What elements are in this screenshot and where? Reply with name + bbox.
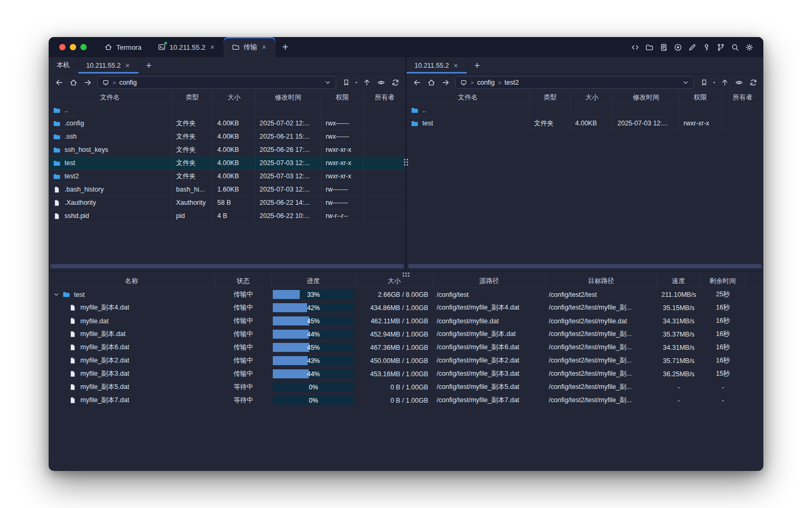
home-icon[interactable]	[67, 76, 80, 89]
right-panel-horizontal-scrollbar[interactable]	[408, 264, 762, 268]
home-icon[interactable]	[425, 76, 438, 89]
bookmark-icon[interactable]	[697, 76, 710, 89]
column-header[interactable]: 修改时间	[613, 92, 679, 103]
column-header[interactable]: 文件名	[407, 92, 530, 103]
column-header[interactable]: 所有者	[364, 92, 405, 103]
log-icon[interactable]	[659, 42, 668, 52]
show-hidden-eye-icon[interactable]	[732, 76, 745, 89]
up-directory-icon[interactable]	[718, 76, 731, 89]
column-header[interactable]: 所有者	[722, 92, 763, 103]
horizontal-splitter[interactable]	[49, 271, 763, 275]
transfer-column-header[interactable]: 大小	[355, 275, 433, 287]
breadcrumb-segment[interactable]: config	[477, 79, 494, 86]
titlebar-tab-10.211.55.2[interactable]: 10.211.55.2×	[150, 37, 224, 57]
transfer-column-header[interactable]: 进度	[272, 275, 355, 287]
transfer-row[interactable]: myfile_副本7.dat等待中0%0 B / 1.00GB/config/t…	[49, 394, 763, 407]
breadcrumb-dropdown-icon[interactable]	[682, 79, 689, 86]
left-panel-tab-10.211.55.2[interactable]: 10.211.55.2×	[78, 57, 139, 74]
transfer-row[interactable]: test传输中33%2.66GB / 8.00GB/config/test/co…	[49, 288, 763, 301]
tab-close-icon[interactable]: ×	[124, 61, 131, 70]
folder-icon[interactable]	[644, 42, 654, 52]
breadcrumb-segment[interactable]: config	[119, 79, 136, 86]
back-icon[interactable]	[410, 76, 423, 89]
bookmark-caret-icon[interactable]	[712, 79, 717, 86]
bookmark-icon[interactable]	[339, 76, 353, 89]
bookmark-caret-icon[interactable]	[354, 79, 359, 86]
file-icon	[69, 343, 77, 351]
transfer-item-name: myfile_副本3.dat	[80, 369, 129, 378]
tab-close-icon[interactable]: ×	[209, 42, 215, 52]
tab-close-icon[interactable]: ×	[453, 61, 459, 70]
transfer-row[interactable]: myfile_副本2.dat传输中43%450.00MB / 1.00GB/co…	[49, 354, 763, 367]
up-directory-icon[interactable]	[360, 76, 373, 89]
transfer-row[interactable]: myfile_副本5.dat等待中0%0 B / 1.00GB/config/t…	[49, 380, 763, 394]
left-panel-new-tab-button[interactable]: +	[139, 61, 159, 70]
column-header[interactable]: 大小	[213, 92, 255, 103]
breadcrumb-dropdown-icon[interactable]	[324, 79, 331, 86]
tab-close-icon[interactable]: ×	[261, 42, 267, 52]
transfer-column-header[interactable]: 剩余时间	[700, 275, 745, 287]
expand-chevron-icon[interactable]	[53, 291, 60, 298]
transfer-name-cell: myfile.dat	[49, 314, 215, 328]
transfer-column-header[interactable]: 名称	[49, 275, 215, 287]
right-panel-file-row[interactable]: test文件夹4.00KB2025-07-03 12:...rwxr-xr-x	[407, 117, 763, 130]
titlebar-tab-Termora[interactable]: Termora	[96, 37, 150, 57]
left-panel-file-row[interactable]: .bash_historybash_hi...1.60KB2025-07-03 …	[49, 183, 405, 196]
transfer-column-header[interactable]: 状态	[215, 275, 272, 287]
column-header[interactable]: 权限	[321, 92, 364, 103]
transfer-row[interactable]: myfile_副本3.dat传输中44%453.16MB / 1.00GB/co…	[49, 367, 763, 380]
transfer-speed-cell: 35.71MB/s	[657, 357, 700, 365]
left-panel-file-row[interactable]: ssh_host_keys文件夹4.00KB2025-06-26 17:...r…	[49, 143, 405, 157]
transfer-column-header[interactable]: 源路径	[433, 275, 546, 287]
left-panel-breadcrumb[interactable]: >config	[97, 76, 336, 89]
transfer-column-header[interactable]: 目标路径	[546, 275, 657, 287]
transfer-item-name: myfile_副本7.dat	[80, 396, 129, 405]
search-icon[interactable]	[730, 42, 740, 52]
column-header[interactable]: 修改时间	[255, 92, 321, 103]
breadcrumb-segment[interactable]: test2	[504, 79, 519, 86]
edit-icon[interactable]	[687, 42, 697, 52]
column-header[interactable]: 类型	[530, 92, 571, 103]
transfer-row[interactable]: myfile_副本6.dat传输中45%467.36MB / 1.00GB/co…	[49, 341, 763, 354]
refresh-icon[interactable]	[389, 76, 402, 89]
settings-icon[interactable]	[744, 42, 754, 52]
branch-icon[interactable]	[716, 42, 725, 52]
transfer-row[interactable]: myfile.dat传输中45%462.11MB / 1.00GB/config…	[49, 314, 763, 328]
titlebar-tab-传输[interactable]: 传输×	[224, 37, 275, 57]
right-panel-new-tab-button[interactable]: +	[467, 61, 487, 70]
key-icon[interactable]	[702, 42, 711, 52]
transfer-remaining-cell: 25秒	[700, 290, 745, 299]
minimize-window-button[interactable]	[70, 44, 76, 50]
left-panel-file-row[interactable]: test2文件夹4.00KB2025-07-03 12:...rwxr-xr-x	[49, 170, 405, 183]
transfer-row[interactable]: myfile_副本.dat传输中44%452.94MB / 1.00GB/con…	[49, 328, 763, 341]
horizontal-splitter-grip-icon[interactable]	[403, 273, 410, 277]
forward-icon[interactable]	[439, 76, 452, 89]
column-header[interactable]: 文件名	[49, 92, 172, 103]
left-panel-file-row[interactable]: ..	[49, 104, 405, 117]
left-panel-file-row[interactable]: .ssh文件夹4.00KB2025-06-21 15:...rwx------	[49, 130, 405, 143]
new-window-tab-button[interactable]: +	[275, 42, 296, 52]
refresh-icon[interactable]	[746, 76, 760, 89]
show-hidden-eye-icon[interactable]	[374, 76, 387, 89]
left-panel-tab-本机[interactable]: 本机	[49, 57, 78, 74]
left-panel-file-row[interactable]: sshd.pidpid4 B2025-06-22 10:...rw-r--r--	[49, 210, 405, 223]
right-panel-file-row[interactable]: ..	[407, 104, 763, 117]
code-icon[interactable]	[630, 42, 640, 52]
right-panel-breadcrumb[interactable]: >config>test2	[455, 76, 694, 89]
left-panel-file-row[interactable]: .XauthorityXauthority58 B2025-06-22 14:.…	[49, 196, 405, 210]
record-icon[interactable]	[673, 42, 682, 52]
column-header[interactable]: 大小	[571, 92, 613, 103]
close-window-button[interactable]	[59, 44, 66, 50]
right-panel-tab-10.211.55.2[interactable]: 10.211.55.2×	[407, 57, 467, 74]
column-header[interactable]: 类型	[172, 92, 213, 103]
back-icon[interactable]	[52, 76, 66, 89]
transfer-row[interactable]: myfile_副本4.dat传输中42%434.86MB / 1.00GB/co…	[49, 301, 763, 314]
left-panel-file-row[interactable]: .config文件夹4.00KB2025-07-02 12:...rwx----…	[49, 117, 405, 130]
forward-icon[interactable]	[81, 76, 94, 89]
file-owner-cell	[722, 104, 763, 116]
transfer-column-header[interactable]: 速度	[657, 275, 700, 287]
left-panel-file-row[interactable]: test文件夹4.00KB2025-07-03 12:...rwxr-xr-x	[49, 157, 405, 170]
left-panel-horizontal-scrollbar[interactable]	[50, 264, 404, 268]
maximize-window-button[interactable]	[80, 44, 87, 50]
column-header[interactable]: 权限	[679, 92, 722, 103]
